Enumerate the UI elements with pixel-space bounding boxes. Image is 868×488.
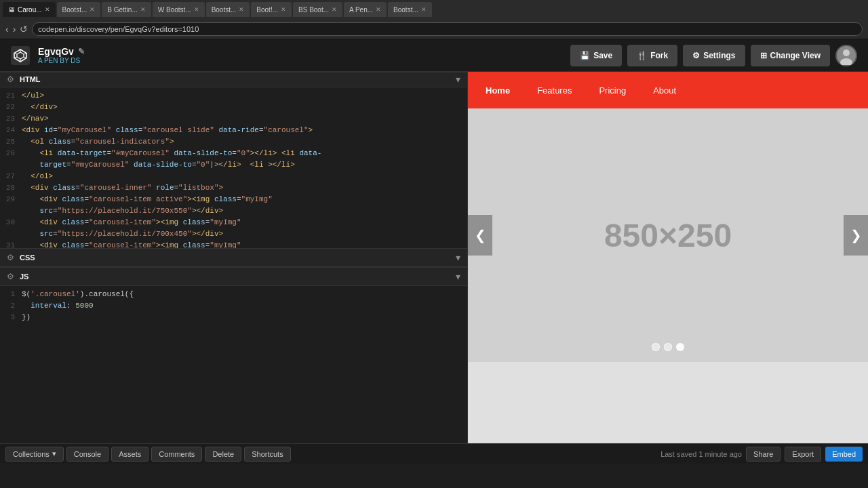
- html-section-header[interactable]: ⚙ HTML ▾: [0, 72, 467, 87]
- code-line: 25 <ol class="carousel-indicators">: [0, 136, 467, 148]
- settings-icon: ⚙: [692, 51, 700, 60]
- css-collapse-icon[interactable]: ▾: [456, 252, 460, 263]
- tab-close[interactable]: ✕: [45, 6, 50, 13]
- settings-button[interactable]: ⚙ Settings: [683, 45, 745, 66]
- share-button[interactable]: Share: [746, 447, 781, 462]
- comments-label: Comments: [159, 450, 195, 458]
- tab-bootst2[interactable]: Bootst... ✕: [206, 2, 250, 17]
- console-button[interactable]: Console: [66, 447, 108, 462]
- js-gear-icon[interactable]: ⚙: [7, 272, 14, 281]
- code-line: 23 </nav>: [0, 113, 467, 125]
- preview-navbar: Home Features Pricing About: [468, 72, 868, 108]
- author-line: A PEN BY DS: [38, 57, 85, 64]
- carousel-dot-3[interactable]: [676, 343, 684, 351]
- delete-button[interactable]: Delete: [205, 447, 241, 462]
- fork-button[interactable]: 🍴 Fork: [627, 45, 677, 66]
- nav-link-features[interactable]: Features: [530, 81, 578, 100]
- codepen-logo: [11, 46, 30, 65]
- tab-close[interactable]: ✕: [332, 6, 337, 13]
- tab-label: Bootst...: [212, 6, 237, 14]
- tab-bootst3[interactable]: Bootst... ✕: [388, 2, 432, 17]
- carousel-dot-2[interactable]: [664, 343, 672, 351]
- code-line: 2 interval: 5000: [0, 300, 467, 312]
- save-label: Save: [593, 51, 612, 60]
- avatar[interactable]: [835, 45, 857, 66]
- author-name: DS: [71, 57, 80, 64]
- carousel-size-label: 850×250: [604, 217, 732, 254]
- js-section-header[interactable]: ⚙ JS ▾: [0, 267, 467, 286]
- tab-close[interactable]: ✕: [281, 6, 286, 13]
- tab-label: B Gettin...: [107, 6, 137, 14]
- bottom-right: Last saved 1 minute ago Share Export Emb…: [660, 447, 863, 462]
- css-section-header[interactable]: ⚙ CSS ▾: [0, 248, 467, 267]
- nav-link-about[interactable]: About: [646, 81, 683, 100]
- tab-w-bootst[interactable]: W Bootst... ✕: [153, 2, 205, 17]
- tab-getting[interactable]: B Gettin... ✕: [102, 2, 151, 17]
- author-prefix: A PEN BY: [38, 57, 68, 64]
- js-collapse-icon[interactable]: ▾: [456, 271, 460, 282]
- tab-boot[interactable]: Boot!... ✕: [251, 2, 292, 17]
- code-line: 28 <div class="carousel-inner" role="lis…: [0, 182, 467, 194]
- js-section: ⚙ JS ▾ 1 $('.carousel').carousel({ 2 int…: [0, 267, 467, 443]
- tab-close[interactable]: ✕: [194, 6, 199, 13]
- html-collapse-icon[interactable]: ▾: [456, 74, 460, 85]
- code-line: 21 </ul>: [0, 90, 467, 102]
- js-section-label: JS: [20, 272, 450, 281]
- tab-apen[interactable]: A Pen... ✕: [344, 2, 387, 17]
- shortcuts-button[interactable]: Shortcuts: [244, 447, 290, 462]
- preview-panel: Home Features Pricing About ❮ 850×250 ❯: [468, 72, 868, 443]
- export-button[interactable]: Export: [785, 447, 821, 462]
- save-button[interactable]: 💾 Save: [570, 45, 622, 66]
- js-code-area[interactable]: 1 $('.carousel').carousel({ 2 interval: …: [0, 286, 467, 326]
- view-icon: ⊞: [760, 51, 767, 60]
- address-input[interactable]: [32, 22, 863, 36]
- tab-close[interactable]: ✕: [376, 6, 381, 13]
- css-gear-icon[interactable]: ⚙: [7, 253, 14, 262]
- preview-lower: [468, 362, 868, 443]
- change-view-button[interactable]: ⊞ Change View: [751, 45, 830, 66]
- code-line: target="#myCarousel" data-slide-to="0"|>…: [0, 159, 467, 171]
- collections-button[interactable]: Collections ▾: [5, 447, 64, 462]
- comments-button[interactable]: Comments: [151, 447, 202, 462]
- carousel-prev-button[interactable]: ❮: [468, 215, 492, 256]
- tab-close[interactable]: ✕: [140, 6, 146, 13]
- tab-close[interactable]: ✕: [90, 6, 95, 13]
- html-gear-icon[interactable]: ⚙: [7, 75, 14, 84]
- edit-pen-icon[interactable]: ✎: [78, 47, 85, 56]
- css-section-label: CSS: [20, 253, 450, 262]
- carousel-dot-1[interactable]: [652, 343, 660, 351]
- delete-label: Delete: [212, 450, 234, 458]
- tab-bootst1[interactable]: Bootst... ✕: [57, 2, 101, 17]
- html-code-area[interactable]: 21 </ul> 22 </div> 23 </nav> 24 <div id=…: [0, 87, 467, 248]
- nav-link-home[interactable]: Home: [479, 81, 517, 100]
- forward-button[interactable]: ›: [13, 24, 16, 35]
- tab-close[interactable]: ✕: [239, 6, 244, 13]
- collections-dropdown-icon: ▾: [52, 449, 56, 458]
- back-button[interactable]: ‹: [5, 24, 9, 35]
- svg-point-9: [843, 49, 850, 56]
- refresh-button[interactable]: ↺: [20, 24, 28, 35]
- code-line: 31 <div class="carousel-item"><img class…: [0, 240, 467, 248]
- assets-button[interactable]: Assets: [111, 447, 149, 462]
- carousel-next-button[interactable]: ❯: [844, 215, 868, 256]
- codepen-header: EgvqGv ✎ A PEN BY DS 💾 Save 🍴 Fork ⚙ Set…: [0, 39, 868, 72]
- tab-close[interactable]: ✕: [421, 6, 427, 13]
- fork-icon: 🍴: [637, 51, 647, 60]
- nav-link-pricing[interactable]: Pricing: [592, 81, 633, 100]
- code-line: src="https://placehold.it/700x450"></div…: [0, 228, 467, 240]
- main-layout: ⚙ HTML ▾ 21 </ul> 22 </div> 23 </nav>: [0, 72, 868, 443]
- tab-favicon: 🖥: [8, 6, 15, 14]
- shortcuts-label: Shortcuts: [252, 450, 283, 458]
- tab-label: Bootst...: [393, 6, 418, 14]
- tab-label: A Pen...: [349, 6, 373, 14]
- embed-label: Embed: [832, 450, 856, 458]
- assets-label: Assets: [119, 450, 141, 458]
- embed-button[interactable]: Embed: [825, 447, 863, 462]
- tab-bs[interactable]: BS Boot... ✕: [293, 2, 342, 17]
- tab-bar: 🖥 Carou... ✕ Bootst... ✕ B Gettin... ✕ W…: [0, 0, 868, 19]
- fork-label: Fork: [650, 51, 668, 60]
- address-bar: ‹ › ↺: [0, 19, 868, 39]
- bottom-bar: Collections ▾ Console Assets Comments De…: [0, 443, 868, 464]
- code-line: 22 </div>: [0, 102, 467, 113]
- tab-carou[interactable]: 🖥 Carou... ✕: [3, 2, 56, 17]
